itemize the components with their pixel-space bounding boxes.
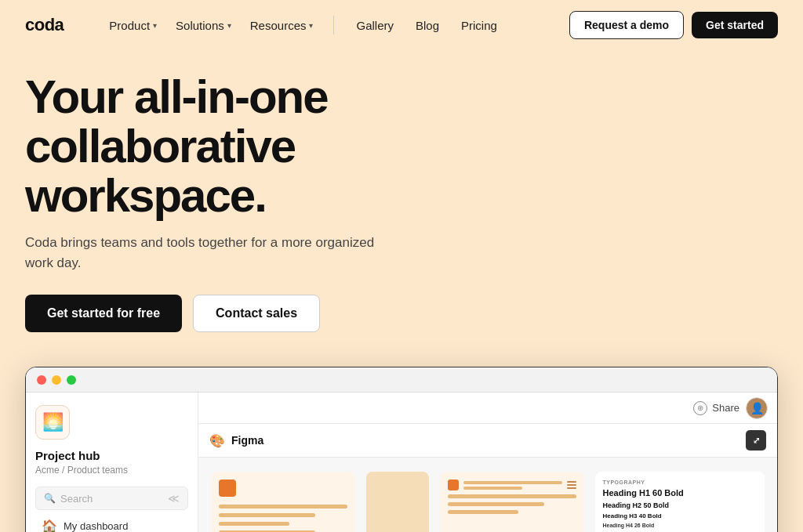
project-sub: Acme / Product teams	[35, 465, 188, 476]
nav-item-pricing[interactable]: Pricing	[452, 13, 507, 38]
typography-h2: Heading H2 50 Bold	[603, 501, 758, 509]
figma-typography-card: Typography Heading H1 60 Bold Heading H2…	[595, 472, 765, 532]
frame-line	[219, 513, 315, 517]
main-content: ⊕ Share 👤 🎨 Figma ⤢	[198, 393, 777, 532]
chevron-down-icon: ▾	[309, 21, 313, 30]
figma-icon: 🎨	[209, 433, 225, 448]
globe-icon: ⊕	[693, 401, 707, 415]
typography-label: Typography	[603, 480, 758, 485]
nav-item-gallery[interactable]: Gallery	[347, 13, 403, 38]
nav-links: Product ▾ Solutions ▾ Resources ▾ Galler…	[101, 13, 569, 38]
ham-line	[567, 484, 576, 486]
app-window-wrap: 🌅 Project hub Acme / Product teams 🔍 Sea…	[0, 367, 803, 532]
nav-item-resources[interactable]: Resources ▾	[242, 13, 322, 38]
hamburger-icon	[567, 481, 576, 489]
chevron-down-icon: ▾	[153, 21, 157, 30]
hero-subtitle: Coda brings teams and tools together for…	[25, 233, 402, 273]
sidebar-item-label: My dashboard	[64, 520, 128, 532]
nav-item-product[interactable]: Product ▾	[101, 13, 165, 38]
figma-frame-2: Enter	[440, 472, 584, 532]
search-icon: 🔍	[44, 493, 56, 504]
sidebar-item-dashboard[interactable]: 🏠 My dashboard	[35, 513, 188, 532]
navbar: coda Product ▾ Solutions ▾ Resources ▾ G…	[0, 0, 803, 50]
dashboard-icon: 🏠	[42, 519, 57, 532]
mini-line	[463, 481, 562, 484]
contact-sales-button[interactable]: Contact sales	[193, 295, 320, 332]
figma-bar: 🎨 Figma ⤢	[198, 424, 777, 458]
hero-title: Your all-in-one collaborative workspace.	[25, 72, 496, 220]
app-window: 🌅 Project hub Acme / Product teams 🔍 Sea…	[25, 367, 778, 532]
avatar: 👤	[746, 397, 768, 419]
typography-h4: Heading H4 26 Bold	[603, 523, 758, 528]
window-maximize-dot[interactable]	[67, 375, 76, 385]
hero-buttons: Get started for free Contact sales	[25, 295, 778, 332]
request-demo-button[interactable]: Request a demo	[569, 11, 684, 39]
nav-divider	[333, 16, 334, 34]
frame-line	[219, 522, 289, 526]
figma-frame-tall	[366, 472, 429, 532]
nav-item-blog[interactable]: Blog	[406, 13, 449, 38]
gray-lines	[463, 481, 562, 490]
window-minimize-dot[interactable]	[52, 375, 61, 385]
typography-h3: Heading H3 40 Bold	[603, 512, 758, 519]
project-name: Project hub	[35, 449, 188, 463]
search-placeholder: Search	[60, 493, 93, 505]
frame-block	[219, 480, 236, 497]
figma-label: Figma	[231, 434, 263, 447]
figma-frame-1: Form	[211, 472, 355, 532]
sidebar-logo-box: 🌅	[35, 405, 70, 440]
nav-actions: Request a demo Get started	[569, 11, 778, 39]
main-topbar: ⊕ Share 👤	[198, 393, 777, 424]
mini-line	[463, 487, 522, 490]
get-started-free-button[interactable]: Get started for free	[25, 295, 182, 332]
ham-line	[567, 481, 576, 483]
expand-button[interactable]: ⤢	[746, 430, 766, 451]
window-body: 🌅 Project hub Acme / Product teams 🔍 Sea…	[26, 393, 777, 532]
chevron-down-icon: ▾	[227, 21, 231, 30]
frame-line	[448, 510, 518, 514]
frame-line	[448, 502, 544, 506]
frame-line	[219, 505, 347, 508]
window-title-bar	[26, 367, 777, 393]
hero-section: Your all-in-one collaborative workspace.…	[0, 50, 803, 348]
window-close-dot[interactable]	[37, 375, 46, 385]
sidebar: 🌅 Project hub Acme / Product teams 🔍 Sea…	[26, 393, 198, 532]
logo[interactable]: coda	[25, 15, 64, 35]
typography-h1: Heading H1 60 Bold	[603, 488, 758, 498]
frame-line	[448, 494, 576, 498]
frame-top-row	[448, 480, 576, 490]
share-button[interactable]: ⊕ Share	[693, 401, 739, 415]
get-started-nav-button[interactable]: Get started	[692, 12, 778, 38]
sidebar-search[interactable]: 🔍 Search ≪	[35, 487, 188, 510]
project-hub-icon: 🌅	[42, 412, 64, 432]
orange-square	[448, 480, 459, 490]
ham-line	[567, 487, 576, 489]
collapse-icon[interactable]: ≪	[168, 492, 180, 505]
nav-item-solutions[interactable]: Solutions ▾	[168, 13, 239, 38]
figma-frames: Form	[198, 458, 777, 532]
